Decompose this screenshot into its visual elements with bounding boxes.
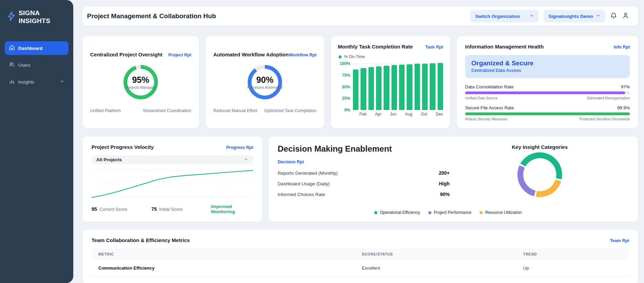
progress-rpt-link[interactable]: Progress Rpt [226, 145, 254, 150]
card-title: Automated Workflow Adoption [213, 52, 289, 57]
logo: SIGNA INSIGHTS [5, 9, 68, 25]
legend-label: % On-Time [344, 54, 365, 59]
task-rpt-link[interactable]: Task Rpt [425, 45, 443, 50]
banner-subtitle: Centralized Data Access [471, 68, 624, 73]
bar-Oct [422, 62, 428, 110]
home-icon [9, 45, 15, 52]
legend-item: Resource Utilization [480, 210, 522, 215]
velocity-line-svg [92, 167, 253, 202]
organization-menu-button[interactable]: SignaInsights Demo [544, 10, 605, 22]
logo-line2: INSIGHTS [19, 17, 50, 25]
bar-legend: % On-Time [339, 54, 443, 59]
decision-row-label: Informed Choices Rate [278, 192, 325, 197]
decision-row-label: Reports Generated (Monthly) [278, 171, 338, 176]
legend-item: Operational Efficiency [374, 210, 420, 215]
task-bar-chart: 0%25%50%75%100% FebAprJunAugOctDec [338, 62, 443, 117]
legend-item: Project Performance [428, 210, 471, 215]
legend-dot [339, 55, 342, 58]
legend-dot [428, 211, 431, 214]
sidebar-item-users[interactable]: Users [5, 58, 68, 72]
bar-x-tick [384, 112, 388, 117]
table-body: Communication EfficiencyExcellentUp [92, 260, 629, 277]
bar-May [384, 62, 389, 110]
foot-label-left: Reduced Manual Effort [213, 108, 257, 113]
legend-dot [480, 211, 483, 214]
bar-Feb [361, 62, 366, 110]
card-title: Centralized Project Oversight [90, 52, 162, 57]
legend-label: Operational Efficiency [380, 210, 420, 215]
bar-Jul [399, 62, 405, 110]
decision-rpt-link[interactable]: Decision Rpt [278, 160, 304, 164]
team-metrics-table: METRICSCORE/STATUSTREND Communication Ef… [92, 249, 629, 277]
info-metric: Data Consolidation Rate97%Unified Data S… [465, 84, 630, 100]
bar-chart-icon [9, 78, 15, 85]
bar-y-axis: 0%25%50%75%100% [338, 62, 353, 110]
bar-x-tick: Dec [436, 112, 443, 117]
metric-label: Data Consolidation Rate [465, 84, 514, 89]
switch-organization-button[interactable]: Switch Organization [470, 10, 539, 22]
table-column-header: METRIC [92, 249, 355, 260]
projects-managed-gauge: 95% Projects Managed [124, 65, 158, 99]
user-profile-button[interactable] [622, 12, 629, 20]
card-automated-workflow-adoption: Automated Workflow Adoption Workflow Rpt… [206, 36, 324, 128]
card-project-progress-velocity: Project Progress Velocity Progress Rpt A… [83, 137, 262, 222]
metric-progress-bar [465, 112, 630, 115]
decision-row: Informed Choices Rate90% [278, 192, 450, 197]
sidebar-item-insights[interactable]: Insights [5, 75, 68, 89]
bar-x-tick: Oct [421, 112, 427, 117]
insight-legend: Operational EfficiencyProject Performanc… [374, 210, 522, 215]
banner-title: Organized & Secure [471, 59, 624, 67]
gauge-caption: Processes Automated [247, 85, 282, 89]
sidebar-item-label: Dashboard [18, 46, 43, 51]
bar-x-tick: Jun [390, 112, 396, 117]
sidebar-nav: Dashboard Users Insights [5, 41, 68, 89]
metric-progress-bar [465, 91, 630, 94]
chevron-down-icon [244, 157, 248, 163]
chevron-down-icon [60, 79, 64, 85]
card-title: Team Collaboration & Efficiency Metrics [92, 237, 190, 243]
projects-filter-dropdown[interactable]: All Projects [92, 155, 253, 164]
foot-label-right: Streamlined Coordination [143, 108, 191, 113]
bar-x-axis: FebAprJunAugOctDec [353, 112, 443, 117]
table-header-row: METRICSCORE/STATUSTREND [92, 249, 629, 260]
switch-organization-label: Switch Organization [475, 14, 520, 19]
sidebar-item-dashboard[interactable]: Dashboard [5, 41, 68, 55]
page-title: Project Management & Collaboration Hub [87, 12, 216, 20]
bar-x-tick [368, 112, 373, 117]
key-insight-donut [517, 152, 562, 197]
kpi-row: Centralized Project Oversight Project Rp… [83, 36, 638, 128]
velocity-line-chart [92, 167, 253, 202]
metric-sub-left: Robust Security Measures [465, 117, 507, 121]
card-title: Monthly Task Completion Rate [338, 44, 413, 50]
middle-row: Project Progress Velocity Progress Rpt A… [83, 137, 638, 222]
donut-title: Key Insight Categories [512, 144, 568, 150]
card-title: Project Progress Velocity [92, 144, 154, 150]
notifications-bell-button[interactable] [610, 12, 617, 20]
card-decision-making-enablement: Decision Making Enablement Decision Rpt … [269, 137, 638, 222]
sidebar: SIGNA INSIGHTS Dashboard Users Insights [0, 0, 73, 283]
card-monthly-task-completion: Monthly Task Completion Rate Task Rpt % … [331, 36, 450, 128]
sidebar-item-label: Insights [18, 79, 34, 85]
table-column-header: SCORE/STATUS [355, 249, 516, 260]
metric-label: Secure File Access Rate [465, 105, 514, 110]
chevron-down-icon [529, 13, 534, 19]
foot-label-right: Optimized Task Completion [264, 108, 316, 113]
bar-y-tick: 100% [340, 61, 350, 66]
bar-Apr [376, 62, 382, 110]
decision-right-column: Key Insight Categories [450, 144, 629, 214]
bar-x-tick [429, 112, 434, 117]
decision-left-column: Decision Making Enablement Decision Rpt … [278, 144, 450, 214]
metric-sub-right: Eliminated Disorganization [587, 96, 630, 100]
table-row: Communication EfficiencyExcellentUp [92, 260, 629, 277]
team-rpt-link[interactable]: Team Rpt [610, 238, 629, 243]
donut-hole [523, 158, 556, 191]
logo-line1: SIGNA [19, 9, 50, 17]
info-rpt-link[interactable]: Info Rpt [614, 45, 630, 50]
lightning-bolt-icon [7, 11, 16, 23]
bar-plot: FebAprJunAugOctDec [353, 62, 443, 117]
metric-value: 99.9% [617, 105, 630, 110]
initial-score-stat: 75 Initial Score [151, 206, 211, 212]
workflow-rpt-link[interactable]: Workflow Rpt [289, 53, 316, 57]
project-rpt-link[interactable]: Project Rpt [168, 53, 191, 57]
bar-x-tick: Apr [375, 112, 382, 117]
